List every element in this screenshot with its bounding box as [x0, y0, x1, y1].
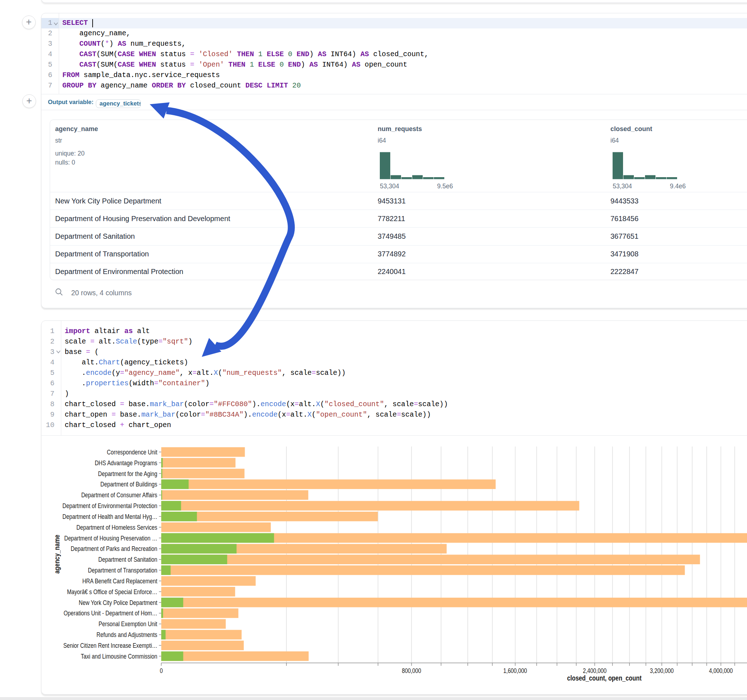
svg-text:4,000,000: 4,000,000 [709, 667, 733, 674]
svg-text:Operations Unit - Department o: Operations Unit - Department of Hom… [64, 609, 157, 617]
svg-text:closed_count, open_count: closed_count, open_count [567, 674, 642, 682]
svg-text:Department of Transportation: Department of Transportation [88, 566, 157, 574]
svg-text:HRA Benefit Card Replacement: HRA Benefit Card Replacement [82, 577, 157, 585]
svg-text:Department of Housing Preserva: Department of Housing Preservation … [64, 534, 157, 542]
svg-text:Refunds and Adjustments: Refunds and Adjustments [97, 631, 157, 638]
svg-text:Taxi and Limousine Commission: Taxi and Limousine Commission [81, 652, 157, 660]
svg-text:800,000: 800,000 [402, 667, 421, 674]
svg-text:1,600,000: 1,600,000 [504, 667, 527, 674]
svg-text:Department of Parks and Recrea: Department of Parks and Recreation [71, 545, 157, 552]
svg-text:Correspondence Unit: Correspondence Unit [107, 448, 157, 456]
svg-text:Department of Health and Menta: Department of Health and Mental Hyg… [62, 513, 157, 520]
svg-text:Department of Consumer Affairs: Department of Consumer Affairs [81, 491, 157, 499]
svg-text:New York City Police Departmen: New York City Police Department [79, 599, 157, 606]
svg-text:Personal Exemption Unit: Personal Exemption Unit [99, 620, 157, 628]
svg-text:2,400,000: 2,400,000 [583, 667, 607, 674]
svg-text:Department of Homeless Service: Department of Homeless Services [76, 523, 157, 531]
svg-text:0: 0 [160, 667, 163, 674]
svg-text:Department for the Aging: Department for the Aging [98, 470, 157, 477]
svg-text:Department of Buildings: Department of Buildings [101, 480, 157, 488]
svg-text:3,200,000: 3,200,000 [650, 667, 674, 674]
svg-text:agency_name: agency_name [53, 535, 61, 573]
svg-text:DHS Advantage Programs: DHS Advantage Programs [95, 459, 157, 467]
svg-text:Senior Citizen Rent Increase E: Senior Citizen Rent Increase Exempti… [64, 642, 157, 649]
svg-text:Department of Sanitation: Department of Sanitation [98, 556, 157, 563]
svg-text:Department of Environmental Pr: Department of Environmental Protection [62, 502, 157, 510]
svg-text:Mayorâ€ s Office of Special En: Mayorâ€ s Office of Special Enforce… [67, 588, 157, 596]
